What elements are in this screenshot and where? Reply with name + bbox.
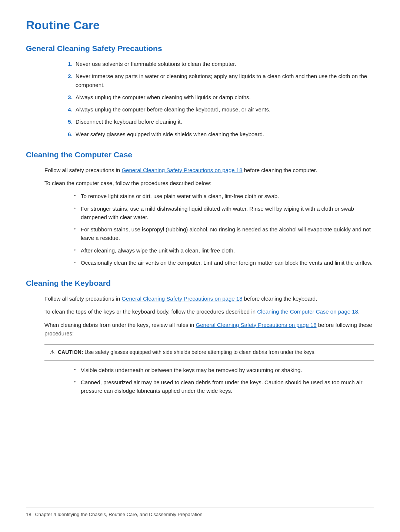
list-item: For stronger stains, use a mild dishwash… bbox=[74, 204, 374, 222]
keyboard-link-1[interactable]: General Cleaning Safety Precautions on p… bbox=[121, 295, 242, 302]
case-link-1[interactable]: General Cleaning Safety Precautions on p… bbox=[121, 167, 242, 173]
page-title: Routine Care bbox=[26, 19, 374, 32]
list-item: Visible debris underneath or between the… bbox=[74, 366, 374, 374]
list-item: After cleaning, always wipe the unit wit… bbox=[74, 246, 374, 255]
list-item: Disconnect the keyboard before cleaning … bbox=[74, 117, 374, 126]
caution-icon: ⚠ bbox=[50, 349, 55, 356]
section-body-case: Follow all safety precautions in General… bbox=[44, 166, 374, 267]
keyboard-intro-1: Follow all safety precautions in General… bbox=[44, 294, 374, 303]
caution-box: ⚠ CAUTION: Use safety glasses equipped w… bbox=[44, 344, 374, 361]
list-item: Occasionally clean the air vents on the … bbox=[74, 258, 374, 267]
keyboard-intro-3-before: When cleaning debris from under the keys… bbox=[44, 322, 196, 328]
section-body-keyboard: Follow all safety precautions in General… bbox=[44, 294, 374, 395]
caution-body: Use safety glasses equipped with side sh… bbox=[83, 349, 316, 355]
caution-text: CAUTION: Use safety glasses equipped wit… bbox=[58, 348, 316, 357]
list-item: Always unplug the computer when cleaning… bbox=[74, 93, 374, 101]
keyboard-intro-1-before: Follow all safety precautions in bbox=[44, 295, 121, 302]
section-body-general: Never use solvents or flammable solution… bbox=[44, 60, 374, 138]
keyboard-intro-2-before: To clean the tops of the keys or the key… bbox=[44, 308, 257, 315]
section-title-case: Cleaning the Computer Case bbox=[26, 150, 374, 159]
page-footer: 18 Chapter 4 Identifying the Chassis, Ro… bbox=[26, 508, 374, 517]
list-item: To remove light stains or dirt, use plai… bbox=[74, 192, 374, 200]
keyboard-link-2[interactable]: Cleaning the Computer Case on page 18 bbox=[257, 308, 358, 315]
case-intro-1: Follow all safety precautions in General… bbox=[44, 166, 374, 174]
keyboard-intro-3: When cleaning debris from under the keys… bbox=[44, 321, 374, 338]
bullet-list-keyboard: Visible debris underneath or between the… bbox=[74, 366, 374, 395]
list-item: Always unplug the computer before cleani… bbox=[74, 105, 374, 114]
keyboard-intro-1-after: before cleaning the keyboard. bbox=[243, 295, 317, 302]
section-title-general: General Cleaning Safety Precautions bbox=[26, 44, 374, 53]
numbered-list-general: Never use solvents or flammable solution… bbox=[74, 60, 374, 138]
keyboard-link-3[interactable]: General Cleaning Safety Precautions on p… bbox=[196, 322, 317, 328]
keyboard-intro-2: To clean the tops of the keys or the key… bbox=[44, 307, 374, 316]
footer-page-number: 18 bbox=[26, 512, 31, 517]
case-intro-1-before: Follow all safety precautions in bbox=[44, 167, 121, 173]
caution-label: CAUTION: bbox=[58, 349, 83, 355]
footer-chapter-text: Chapter 4 Identifying the Chassis, Routi… bbox=[35, 512, 202, 517]
bullet-list-case: To remove light stains or dirt, use plai… bbox=[74, 192, 374, 267]
list-item: Never use solvents or flammable solution… bbox=[74, 60, 374, 68]
list-item: Never immerse any parts in water or clea… bbox=[74, 72, 374, 89]
case-intro-1-after: before cleaning the computer. bbox=[243, 167, 317, 173]
case-intro-2: To clean the computer case, follow the p… bbox=[44, 179, 374, 187]
keyboard-intro-2-after: . bbox=[358, 308, 360, 315]
list-item: Wear safety glasses equipped with side s… bbox=[74, 130, 374, 138]
section-title-keyboard: Cleaning the Keyboard bbox=[26, 279, 374, 288]
list-item: Canned, pressurized air may be used to c… bbox=[74, 378, 374, 395]
list-item: For stubborn stains, use isopropyl (rubb… bbox=[74, 225, 374, 242]
